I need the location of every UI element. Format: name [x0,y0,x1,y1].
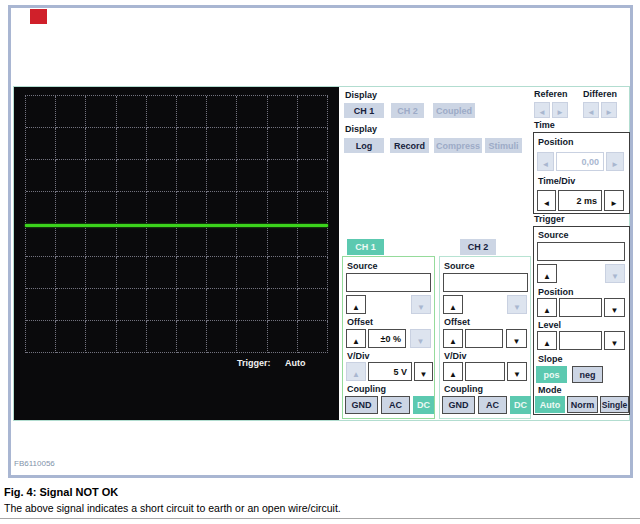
slope-pos-button[interactable]: pos [536,366,567,383]
grid-cell [298,96,328,128]
ch1-source-input[interactable] [346,273,431,292]
log-button[interactable]: Log [344,138,384,153]
ch2-offset-up-button[interactable] [443,329,463,348]
ch2-coupling-dc-button[interactable]: DC [510,396,531,414]
grid-cell [177,321,207,353]
grid-cell [298,160,328,192]
down-arrow-icon [611,332,619,350]
ch1-vdiv-value-field[interactable]: 5 V [368,362,412,381]
trigger-level-value-field[interactable] [559,331,602,350]
grid-cell [237,289,267,321]
trigger-position-down-button[interactable] [604,298,625,317]
time-div-prev-button[interactable] [537,190,556,211]
grid-cell [147,96,177,128]
grid-cell [117,225,147,257]
grid-cell [56,321,86,353]
trigger-position-value-field[interactable] [559,298,602,317]
grid-cell [177,289,207,321]
stimuli-button[interactable]: Stimuli [485,138,522,153]
reference-label: Referen [534,89,568,99]
reference-next-button[interactable] [552,102,568,118]
right-arrow-icon [556,101,564,119]
difference-next-button[interactable] [601,102,617,118]
ch2-offset-down-button[interactable] [506,329,527,348]
down-arrow-icon [513,296,521,314]
ch1-coupling-ac-button[interactable]: AC [381,396,410,414]
time-position-next-button[interactable] [606,152,624,171]
reference-prev-button[interactable] [534,102,550,118]
page: Trigger: Auto Display CH 1 CH 2 Coupled … [0,0,640,524]
up-arrow-icon [352,330,360,348]
time-position-label: Position [538,137,574,147]
grid-cell [177,225,207,257]
ch2-vdiv-up-button[interactable] [443,362,463,381]
grid-cell [117,257,147,289]
ch2-source-up-button[interactable] [443,295,463,314]
ch1-offset-up-button[interactable] [346,329,366,348]
ch2-vdiv-value-field[interactable] [465,362,505,381]
figure-code: FB6110056 [14,459,55,468]
tab-ch2[interactable]: CH 2 [460,239,496,255]
ch2-coupling-gnd-button[interactable]: GND [442,396,475,414]
ch2-coupling-ac-button[interactable]: AC [478,396,507,414]
time-div-label: Time/Div [538,176,575,186]
ch1-source-up-button[interactable] [346,295,366,314]
trigger-source-input[interactable] [537,242,625,261]
ch2-source-input[interactable] [443,273,528,292]
up-arrow-icon [449,330,457,348]
time-position-value-field[interactable]: 0,00 [556,152,604,171]
trigger-source-up-button[interactable] [537,264,557,283]
grid-cell [117,321,147,353]
record-button[interactable]: Record [390,138,429,153]
ch1-source-down-button[interactable] [411,295,431,314]
ch1-vdiv-up-button[interactable] [346,362,366,381]
mode-single-button[interactable]: Single [600,396,629,413]
ch1-vdiv-label: V/Div [347,351,370,361]
ch1-vdiv-down-button[interactable] [414,362,433,381]
trigger-level-up-button[interactable] [537,331,557,350]
compress-button[interactable]: Compress [434,138,482,153]
trigger-source-down-button[interactable] [605,264,625,283]
display-ch1-button[interactable]: CH 1 [344,103,384,118]
grid-cell [26,160,56,192]
slope-neg-button[interactable]: neg [572,366,603,383]
grid-cell [237,192,267,224]
time-div-value-field[interactable]: 2 ms [558,190,602,211]
ch1-offset-value-field[interactable]: ±0 % [368,329,406,348]
ch1-coupling-dc-button[interactable]: DC [413,396,434,414]
down-arrow-icon [611,299,619,317]
grid-cell [237,96,267,128]
grid-cell [298,289,328,321]
grid-cell [117,192,147,224]
grid-cell [268,321,298,353]
ch1-offset-down-button[interactable] [410,329,431,348]
mode-auto-button[interactable]: Auto [535,396,565,413]
grid-cell [56,289,86,321]
grid-cell [26,96,56,128]
grid-cell [56,192,86,224]
display-ch2-button[interactable]: CH 2 [391,103,424,118]
display-coupled-button[interactable]: Coupled [433,103,475,118]
tab-ch1[interactable]: CH 1 [347,239,384,255]
grid-cell [117,160,147,192]
ch2-vdiv-down-button[interactable] [507,362,527,381]
grid-cell [147,321,177,353]
up-arrow-icon [352,363,360,381]
ch2-offset-value-field[interactable] [465,329,503,348]
ch1-coupling-gnd-button[interactable]: GND [345,396,378,414]
mode-norm-button[interactable]: Norm [567,396,598,413]
time-position-prev-button[interactable] [537,152,554,171]
trigger-position-up-button[interactable] [537,298,557,317]
grid-cell [298,192,328,224]
ch2-offset-label: Offset [444,317,470,327]
time-div-next-button[interactable] [604,190,624,211]
grid-cell [147,128,177,160]
grid-cell [86,289,116,321]
trigger-level-down-button[interactable] [604,331,625,350]
left-arrow-icon [587,101,595,119]
grid-cell [207,192,237,224]
grid-cell [86,160,116,192]
ch2-source-down-button[interactable] [507,295,527,314]
difference-prev-button[interactable] [583,102,599,118]
ch1-coupling-label: Coupling [347,384,386,394]
